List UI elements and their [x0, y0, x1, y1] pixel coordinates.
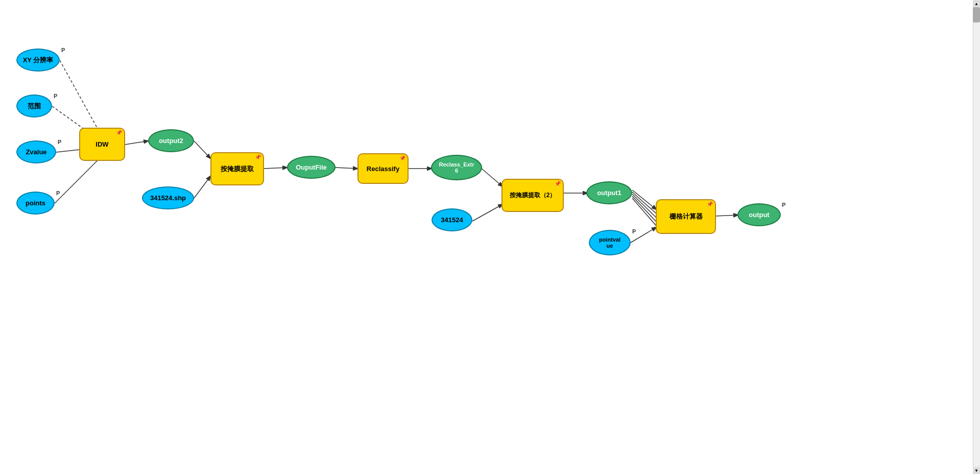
svg-line-14 — [632, 192, 656, 214]
label-p-zvalue: P — [58, 139, 61, 145]
pin-icon-anzhamo2: 📌 — [555, 181, 561, 186]
node-idw[interactable]: 📌 IDW — [79, 128, 125, 161]
node-reclassify[interactable]: 📌 Reclassify — [357, 153, 409, 184]
node-341524[interactable]: 341524 — [432, 208, 472, 231]
node-fanwei[interactable]: 范围 — [16, 94, 52, 117]
svg-line-6 — [194, 176, 210, 198]
svg-line-5 — [194, 141, 210, 158]
pin-icon-reclassify: 📌 — [399, 155, 405, 161]
node-anzhamo2[interactable]: 📌 按掩膜提取（2） — [501, 179, 564, 212]
scrollbar-thumb[interactable] — [973, 7, 980, 22]
node-341524shp[interactable]: 341524.shp — [142, 186, 194, 209]
node-shange[interactable]: 📌 栅格计算器 — [656, 199, 716, 234]
node-reclass-extr6[interactable]: Reclass_Extr 6 — [431, 155, 482, 180]
scrollbar-arrow-up[interactable]: ▲ — [973, 0, 980, 7]
svg-line-10 — [482, 169, 503, 186]
node-pointvalue[interactable]: pointval ue — [589, 230, 631, 255]
svg-line-17 — [632, 198, 656, 226]
node-ouputfile[interactable]: OuputFile — [287, 156, 336, 179]
svg-line-15 — [632, 194, 656, 218]
workflow-canvas: XY 分辨率 P 范围 P Zvalue P points P 📌 IDW ou… — [0, 0, 980, 474]
label-p-pointvalue: P — [632, 228, 636, 234]
svg-line-0 — [60, 60, 102, 137]
svg-line-8 — [336, 168, 357, 169]
node-output-final[interactable]: output — [737, 203, 781, 226]
label-p-points: P — [56, 190, 60, 196]
scrollbar-arrow-down[interactable]: ▼ — [973, 467, 980, 474]
svg-line-13 — [632, 190, 656, 209]
svg-line-3 — [55, 156, 102, 203]
node-output2[interactable]: output2 — [148, 129, 194, 152]
connections-svg — [0, 0, 980, 474]
scrollbar-track: ▲ ▼ — [973, 0, 980, 474]
pin-icon-shange: 📌 — [707, 201, 713, 207]
svg-line-7 — [264, 168, 287, 169]
svg-line-11 — [472, 204, 503, 221]
label-p-xy: P — [61, 47, 65, 53]
node-zvalue[interactable]: Zvalue — [16, 140, 56, 163]
node-xy-resolution[interactable]: XY 分辨率 — [16, 49, 60, 72]
svg-line-4 — [125, 141, 148, 145]
pin-icon-idw: 📌 — [116, 130, 122, 135]
node-points[interactable]: points — [16, 192, 55, 215]
svg-line-16 — [632, 196, 656, 222]
node-output1[interactable]: output1 — [586, 181, 632, 204]
pin-icon-anzhamo1: 📌 — [255, 154, 261, 160]
label-p-output-final: P — [782, 202, 785, 208]
label-p-fanwei: P — [54, 93, 57, 99]
svg-line-19 — [715, 215, 738, 216]
node-anzhamo1[interactable]: 📌 按掩膜提取 — [210, 152, 264, 185]
